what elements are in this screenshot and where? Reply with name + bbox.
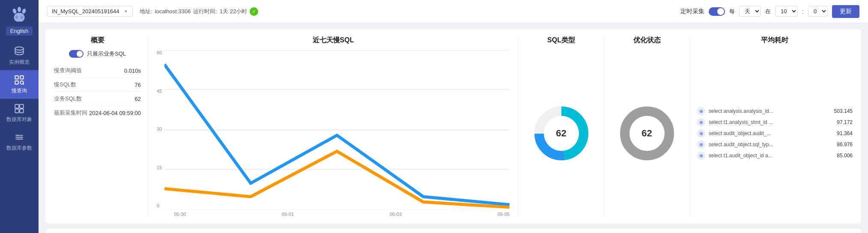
dashboard-panel: 概要 只展示业务SQL 慢查询阈值 0.010s 慢SQL数 76 业务SQL数…	[45, 29, 861, 224]
svg-rect-14	[20, 109, 24, 113]
svg-line-10	[23, 84, 24, 85]
biz-count-label: 业务SQL数	[54, 95, 82, 103]
topbar-right: 定时采集 每 天 在 10 : 0 更新	[680, 5, 859, 18]
avg-icon-0[interactable]: ⊕	[697, 107, 705, 115]
svg-point-4	[21, 15, 23, 19]
x-axis: 05-30 06-01 06-03 06-05	[164, 212, 510, 217]
address-label: 地址:	[140, 8, 152, 15]
main-area: IN_MySQL_202405191644 ▼ 地址: localhost:33…	[39, 0, 868, 233]
avg-time-section: 平均耗时 ⊕ select analysis.analysis_id... 50…	[690, 36, 853, 217]
instance-info: 地址: localhost:3306 运行时间: 1天 22小时 ✓	[140, 7, 258, 16]
content: 概要 只展示业务SQL 慢查询阈值 0.010s 慢SQL数 76 业务SQL数…	[39, 23, 868, 233]
stat-threshold: 慢查询阈值 0.010s	[54, 64, 141, 78]
last-collect-value: 2024-06-04 09:59:00	[89, 110, 141, 116]
business-sql-toggle-row: 只展示业务SQL	[54, 50, 141, 58]
avg-sql-3: select audit_object.sql_typ...	[709, 142, 833, 147]
svg-point-19	[21, 136, 22, 138]
at-label: 在	[765, 8, 771, 15]
avg-row-1: ⊕ select t1.analysis_stmt_id ... 97.172	[697, 118, 853, 127]
runtime-label: 运行时间:	[193, 8, 217, 15]
y-label-15: 15	[157, 165, 162, 170]
day-select[interactable]: 天	[739, 6, 761, 17]
every-label: 每	[729, 8, 735, 15]
sidebar-item-db-objects[interactable]: 数据库对象	[0, 99, 39, 127]
avg-sql-0: select analysis.analysis_id...	[709, 108, 831, 114]
sidebar-label-instance: 实例概览	[9, 59, 30, 66]
chart-container: 0 15 30 45 60	[157, 50, 510, 217]
avg-val-3: 86.976	[837, 142, 853, 147]
topbar: IN_MySQL_202405191644 ▼ 地址: localhost:33…	[39, 0, 868, 23]
avg-row-2: ⊕ select audit_object.audit_... 91.364	[697, 129, 853, 138]
runtime-value: 1天 22小时	[220, 8, 247, 15]
slow-sql-chart-section: 近七天慢SQL 0 15 30 45 60	[148, 36, 519, 217]
language-button[interactable]: English	[6, 27, 33, 35]
svg-point-5	[15, 47, 24, 50]
biz-count-value: 62	[135, 96, 141, 102]
hour-select[interactable]: 10	[775, 6, 798, 17]
avg-time-title: 平均耗时	[697, 36, 853, 45]
avg-sql-2: select audit_object.audit_...	[709, 130, 833, 136]
instance-selector[interactable]: IN_MySQL_202405191644 ▼	[47, 6, 133, 17]
address-value: localhost:3306	[155, 8, 191, 15]
avg-icon-4[interactable]: ⊕	[697, 151, 705, 160]
overview-section: 概要 只展示业务SQL 慢查询阈值 0.010s 慢SQL数 76 业务SQL数…	[54, 36, 148, 217]
slow-sql-chart-title: 近七天慢SQL	[157, 36, 510, 45]
app-logo	[9, 4, 30, 25]
svg-point-2	[21, 8, 27, 14]
last-collect-label: 最新采集时间	[54, 109, 87, 117]
bottom-bar: 按状态筛选 ▼ 按SQL类型筛选 ▼ 手动采集 批量操作	[45, 229, 861, 233]
y-label-30: 30	[157, 127, 162, 132]
overview-title: 概要	[54, 36, 141, 45]
avg-icon-3[interactable]: ⊕	[697, 140, 705, 149]
avg-time-list: ⊕ select analysis.analysis_id... 503.145…	[697, 50, 853, 217]
svg-rect-7	[20, 76, 24, 79]
optimize-status-donut-section: 优化状态 62	[604, 36, 690, 217]
avg-icon-2[interactable]: ⊕	[697, 129, 705, 138]
svg-point-3	[15, 15, 18, 19]
svg-point-9	[20, 81, 24, 84]
threshold-label: 慢查询阈值	[54, 67, 82, 74]
x-label-0605: 06-05	[498, 212, 510, 217]
sidebar-item-db-params[interactable]: 数据库参数	[0, 127, 39, 156]
update-button[interactable]: 更新	[832, 5, 859, 18]
sidebar-item-slow-query[interactable]: 慢查询	[0, 70, 39, 99]
avg-icon-1[interactable]: ⊕	[697, 118, 705, 127]
svg-point-20	[18, 139, 19, 140]
business-sql-toggle[interactable]	[69, 50, 84, 58]
status-check-icon: ✓	[250, 7, 258, 16]
schedule-toggle[interactable]	[709, 7, 725, 16]
y-label-45: 45	[157, 88, 162, 94]
minute-select[interactable]: 0	[808, 6, 828, 17]
svg-rect-13	[15, 109, 19, 113]
chart-svg	[164, 50, 510, 210]
instance-name: IN_MySQL_202405191644	[52, 8, 119, 15]
avg-row-4: ⊕ select t1.audit_object_id a... 85.006	[697, 151, 853, 160]
chart-plot-area: 05-30 06-01 06-03 06-05	[164, 50, 510, 217]
schedule-label: 定时采集	[680, 8, 704, 15]
sql-type-donut-wrap: 62	[531, 50, 591, 217]
sql-type-center-value: 62	[556, 128, 566, 139]
optimize-status-donut-wrap: 62	[617, 50, 677, 217]
avg-row-0: ⊕ select analysis.analysis_id... 503.145	[697, 107, 853, 115]
threshold-value: 0.010s	[124, 68, 141, 74]
stat-last-collect: 最新采集时间 2024-06-04 09:59:00	[54, 106, 141, 120]
sidebar-item-instance-overview[interactable]: 实例概览	[0, 41, 39, 70]
optimize-status-center-value: 62	[641, 128, 652, 139]
sidebar-label-slow-query: 慢查询	[12, 87, 27, 94]
sidebar-label-db-params: 数据库参数	[6, 145, 32, 152]
y-label-60: 60	[157, 50, 162, 55]
avg-sql-1: select t1.analysis_stmt_id ...	[709, 119, 833, 125]
stat-biz-count: 业务SQL数 62	[54, 92, 141, 106]
svg-rect-8	[15, 81, 18, 84]
x-label-0530: 05-30	[174, 212, 186, 217]
avg-val-4: 85.006	[837, 153, 853, 159]
dropdown-arrow-icon: ▼	[124, 9, 128, 14]
avg-val-0: 503.145	[834, 108, 853, 114]
sql-type-title: SQL类型	[547, 36, 575, 45]
svg-rect-12	[20, 104, 24, 108]
stat-slow-count: 慢SQL数 76	[54, 78, 141, 92]
avg-row-3: ⊕ select audit_object.sql_typ... 86.976	[697, 140, 853, 149]
y-label-0: 0	[157, 203, 162, 208]
slow-count-label: 慢SQL数	[54, 81, 76, 88]
optimize-status-title: 优化状态	[633, 36, 661, 45]
